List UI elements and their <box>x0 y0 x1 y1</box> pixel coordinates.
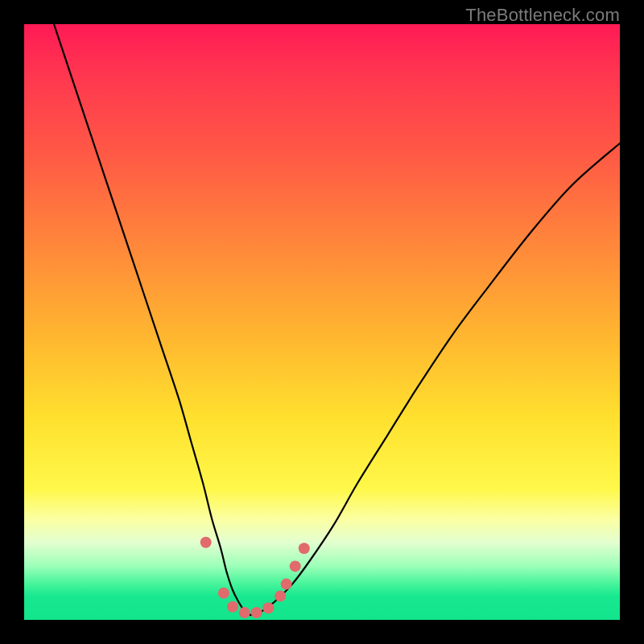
marker-dot <box>299 543 310 554</box>
curve-left-branch <box>54 24 250 615</box>
marker-dot <box>281 579 292 590</box>
chart-stage: TheBottleneck.com <box>0 0 644 644</box>
marker-dot <box>290 560 301 572</box>
marker-group <box>200 537 310 618</box>
marker-dot <box>239 607 250 618</box>
marker-dot <box>218 588 229 599</box>
plot-area <box>24 24 620 620</box>
marker-dot <box>275 590 286 601</box>
marker-dot <box>262 602 274 613</box>
watermark-text: TheBottleneck.com <box>465 5 620 26</box>
marker-dot <box>200 537 212 548</box>
marker-dot <box>227 601 238 613</box>
chart-svg <box>24 24 620 620</box>
marker-dot <box>251 607 262 618</box>
